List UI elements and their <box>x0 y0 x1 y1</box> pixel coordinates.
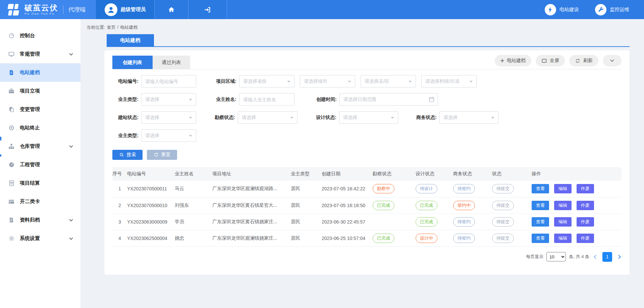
logout-button[interactable] <box>188 0 227 19</box>
gear-icon <box>8 235 15 242</box>
col-status: 状态 <box>492 167 532 181</box>
monitor-icon <box>8 51 15 58</box>
document-icon <box>8 69 15 76</box>
fullscreen-button[interactable]: 全屏 <box>536 55 565 66</box>
edit-button[interactable]: 编辑 <box>554 217 572 227</box>
owner-type2-select[interactable]: 请选择 <box>141 129 196 142</box>
owner-name-input[interactable] <box>239 93 294 106</box>
survey-status-select[interactable]: 请选择 <box>238 111 298 124</box>
invalidate-button[interactable]: 作废 <box>577 217 594 227</box>
invalidate-button[interactable]: 作废 <box>577 184 594 193</box>
breadcrumb-separator: / <box>117 24 119 30</box>
filter-row-3: 建站状态: 请选择 勘察状态: 请选择 设计状态: 请选择 商务状态: 请选择 <box>112 111 622 124</box>
design-status-select[interactable]: 请选择 <box>339 111 398 124</box>
sidebar-item-warehouse-mgmt[interactable]: 仓库管理 <box>0 137 80 156</box>
user-name: 超级管理员 <box>121 6 146 13</box>
content-card: 创建列表 通过列表 + 电站建档 全屏 <box>104 50 630 275</box>
city-select[interactable]: 请选择城市 <box>300 75 355 87</box>
logout-icon <box>204 6 212 14</box>
search-button[interactable]: 搜索 <box>112 150 143 160</box>
build-status-select[interactable]: 请选择 <box>141 111 196 124</box>
sidebar-item-change-mgmt[interactable]: 变更管理 <box>0 100 80 119</box>
home-button[interactable] <box>154 0 188 19</box>
collapse-toolbar-button[interactable] <box>603 55 622 66</box>
status-badge: 待提交 <box>492 234 514 243</box>
town-select[interactable]: 请选择村镇/街道 <box>421 75 477 87</box>
current-page-button[interactable]: 1 <box>602 252 612 262</box>
wrench-icon <box>595 4 606 15</box>
breadcrumb-label: 当前位置: <box>87 24 105 30</box>
sidebar-item-project-initiation[interactable]: 项目立项 <box>0 82 80 100</box>
sidebar-item-station-termination[interactable]: 电站终止 <box>0 119 80 137</box>
caret-down-icon <box>348 81 351 84</box>
invalidate-button[interactable]: 作废 <box>577 234 594 243</box>
owner-type-select[interactable]: 请选择 <box>141 93 196 106</box>
gauge-icon <box>8 162 15 168</box>
region-label: 项目区域: <box>213 78 236 84</box>
reset-button[interactable]: 重置 <box>147 150 177 160</box>
filter-buttons: 搜索 重置 <box>112 150 622 160</box>
station-table: 序号 电站编号 业主姓名 项目地址 业主类型 创建日期 勘察状态 设计状态 商务… <box>112 167 622 247</box>
business-status-select[interactable]: 请选择 <box>439 111 498 124</box>
sidebar-item-console[interactable]: 控制台 <box>0 26 80 45</box>
search-icon <box>119 152 124 158</box>
next-page-button[interactable] <box>616 255 621 259</box>
province-select[interactable]: 请选择省份 <box>239 75 294 87</box>
invalidate-button[interactable]: 作废 <box>577 201 594 210</box>
build-status-label: 建站状态: <box>112 115 139 121</box>
filter-row-2: 业主类型: 请选择 业主姓名: 创建时间: 请选择日期范围 <box>112 93 622 106</box>
edit-button[interactable]: 编辑 <box>554 201 572 210</box>
status-badge: 设计中 <box>416 234 437 243</box>
caret-down-icon <box>287 81 290 84</box>
view-button[interactable]: 查看 <box>532 201 549 210</box>
table-row: 4 YX2023062500004 姚忠 广东深圳龙华区观澜镇姚家庄... 居民… <box>112 230 622 246</box>
status-badge: 已完成 <box>373 234 394 243</box>
filter-form: 电站编号: 项目区域: 请选择省份 请选择城市 请选择县/区 请选择村镇/街道 … <box>112 75 622 160</box>
refresh-button[interactable]: 刷新 <box>569 55 598 66</box>
tab-station-filing[interactable]: 电站建档 <box>107 34 154 46</box>
edit-button[interactable]: 编辑 <box>554 184 572 193</box>
create-time-label: 创建时间: <box>313 97 337 103</box>
survey-status-label: 勘察状态: <box>212 115 235 121</box>
chevron-down-icon <box>69 52 73 55</box>
col-code: 电站编号 <box>127 167 175 181</box>
sidebar-item-project-settlement[interactable]: 项目结算 <box>0 174 80 192</box>
user-icon <box>107 5 115 14</box>
page-size-select[interactable]: 10 <box>546 252 566 261</box>
sidebar-item-system-settings[interactable]: 系统设置 <box>0 229 80 248</box>
sidebar-item-station-filing[interactable]: 电站建档 <box>0 63 80 82</box>
app-root: 破茧云伏 Po Jian Yun Fu 代理端 超级管理员 <box>0 0 644 308</box>
caret-down-icon <box>189 99 192 102</box>
status-badge: 已完成 <box>373 201 394 210</box>
owner-name-label: 业主姓名: <box>213 97 236 103</box>
home-icon <box>167 6 175 14</box>
district-select[interactable]: 请选择县/区 <box>361 75 416 87</box>
quick-link-construction[interactable]: 电站建设 <box>545 4 579 15</box>
quick-link-monitoring[interactable]: 监控运维 <box>595 4 629 15</box>
user-menu[interactable]: 超级管理员 <box>96 0 154 19</box>
panel-header: 创建列表 通过列表 + 电站建档 全屏 <box>112 50 622 69</box>
brand-logo-icon <box>5 3 21 16</box>
header-quick-links: 电站建设 监控运维 <box>545 0 644 19</box>
station-code-input[interactable] <box>141 75 196 87</box>
date-range-input[interactable]: 请选择日期范围 <box>339 93 438 106</box>
prev-page-button[interactable] <box>594 255 598 259</box>
sidebar-item-card-opening[interactable]: 开二类卡 <box>0 192 80 211</box>
main-content: 当前位置: 首页 / 电站建档 电站建档 创建列表 通过列表 + 电站建档 全 <box>80 19 644 308</box>
tab-created-list[interactable]: 创建列表 <box>112 56 153 69</box>
view-button[interactable]: 查看 <box>532 217 549 227</box>
stop-circle-icon <box>8 125 15 131</box>
edit-button[interactable]: 编辑 <box>554 234 572 243</box>
tab-passed-list[interactable]: 通过列表 <box>153 56 190 69</box>
station-code-label: 电站编号: <box>112 78 139 84</box>
sidebar-item-general-mgmt[interactable]: 常规管理 <box>0 45 80 63</box>
top-header: 破茧云伏 Po Jian Yun Fu 代理端 超级管理员 <box>0 0 644 19</box>
filter-row-4: 业主类型: 请选择 <box>112 129 622 142</box>
view-button[interactable]: 查看 <box>532 234 549 243</box>
breadcrumb-home-link[interactable]: 首页 <box>107 24 116 30</box>
create-station-button[interactable]: + 电站建档 <box>495 55 531 66</box>
sidebar-item-data-archive[interactable]: 资料归档 <box>0 211 80 229</box>
status-badge: 待设计 <box>416 184 437 193</box>
view-button[interactable]: 查看 <box>532 184 549 193</box>
sidebar-item-engineering-mgmt[interactable]: 工程管理 <box>0 156 80 174</box>
